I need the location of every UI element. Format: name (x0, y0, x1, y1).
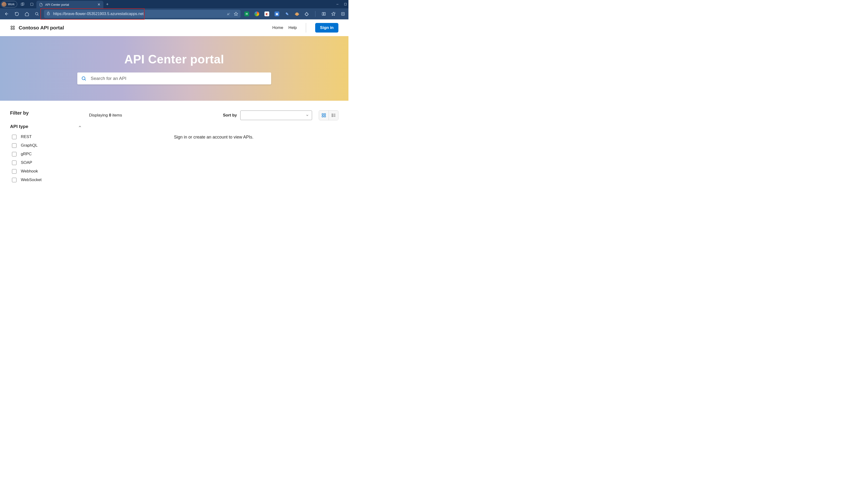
home-button[interactable] (22, 9, 32, 19)
separator (315, 11, 315, 17)
filter-options: REST GraphQL gRPC SOAP Webhook WebSocket (10, 134, 82, 182)
svg-point-34 (332, 116, 333, 117)
hero: API Center portal (0, 36, 348, 101)
tab-actions-icon[interactable] (27, 0, 36, 8)
new-tab-button[interactable] (103, 0, 112, 8)
svg-rect-29 (324, 116, 326, 117)
list-view-button[interactable] (329, 110, 338, 120)
avatar (2, 2, 6, 7)
document-icon (39, 3, 43, 6)
browser-toolbar: https://brave-flower-053521903.5.azurest… (0, 8, 348, 20)
sort-controls: Sort by (223, 110, 338, 120)
svg-point-23 (13, 28, 14, 30)
signin-button[interactable]: Sign in (315, 23, 338, 33)
filter-heading: Filter by (10, 110, 82, 116)
list-icon (331, 113, 336, 118)
extension-6-icon[interactable]: 🐵 (294, 11, 299, 16)
results-area: Displaying 0 items Sort by Sign in or cr… (89, 110, 338, 182)
filter-sidebar: Filter by API type REST GraphQL gRPC SOA… (10, 110, 82, 182)
checkbox[interactable] (12, 143, 17, 148)
minimize-icon[interactable] (336, 3, 339, 6)
filter-group-label: API type (10, 124, 28, 129)
read-aloud-icon[interactable]: A› (227, 12, 230, 16)
filter-option[interactable]: WebSocket (10, 177, 82, 182)
checkbox[interactable] (12, 152, 17, 157)
profile-switcher[interactable]: Work (1, 1, 17, 7)
profile-label: Work (8, 3, 14, 6)
extension-4-icon[interactable]: ▣ (275, 11, 279, 16)
split-screen-icon[interactable] (322, 12, 326, 16)
back-button[interactable] (2, 9, 11, 19)
favorite-icon[interactable] (234, 12, 238, 16)
filter-option[interactable]: SOAP (10, 160, 82, 165)
search-box[interactable] (77, 72, 271, 85)
svg-rect-2 (30, 3, 33, 5)
sort-label: Sort by (223, 113, 237, 118)
results-count: Displaying 0 items (89, 113, 122, 118)
filter-option-label: WebSocket (21, 177, 42, 182)
collections-icon[interactable] (341, 12, 345, 16)
grid-icon (321, 113, 326, 118)
extensions-menu-icon[interactable] (305, 12, 309, 16)
close-tab-icon[interactable]: ✕ (97, 2, 100, 7)
search-input[interactable] (91, 76, 267, 81)
view-toggle (319, 110, 338, 120)
svg-point-30 (332, 114, 333, 115)
search-button[interactable] (32, 9, 42, 19)
results-count-suffix: items (111, 113, 122, 118)
svg-rect-10 (47, 13, 49, 15)
filter-option[interactable]: gRPC (10, 152, 82, 157)
browser-tab[interactable]: API Center portal ✕ (36, 1, 103, 8)
svg-rect-27 (324, 113, 326, 115)
maximize-icon[interactable] (344, 3, 347, 6)
filter-option[interactable]: REST (10, 134, 82, 139)
filter-option-label: Webhook (21, 169, 38, 174)
filter-option-label: SOAP (21, 160, 32, 165)
nav-home[interactable]: Home (272, 25, 283, 30)
results-toolbar: Displaying 0 items Sort by (89, 110, 338, 120)
empty-state-message: Sign in or create an account to view API… (89, 135, 338, 140)
svg-rect-26 (322, 113, 323, 115)
filter-option-label: GraphQL (21, 143, 38, 148)
address-bar[interactable]: https://brave-flower-053521903.5.azurest… (44, 10, 241, 18)
extension-5-icon[interactable]: ✎ (284, 11, 289, 16)
filter-option-label: REST (21, 134, 32, 139)
checkbox[interactable] (12, 161, 17, 165)
filter-group-toggle[interactable]: API type (10, 124, 82, 129)
svg-point-8 (35, 12, 38, 15)
lock-icon[interactable] (46, 11, 50, 16)
svg-rect-13 (324, 12, 326, 15)
extension-3-icon[interactable]: ◧ (265, 11, 269, 16)
checkbox[interactable] (12, 169, 17, 174)
filter-option[interactable]: GraphQL (10, 143, 82, 148)
checkbox[interactable] (12, 135, 17, 139)
favorites-icon[interactable] (331, 12, 336, 16)
refresh-button[interactable] (12, 9, 22, 19)
svg-point-32 (332, 115, 333, 116)
checkbox[interactable] (12, 178, 17, 182)
filter-option[interactable]: Webhook (10, 169, 82, 174)
page-header: Contoso API portal Home Help Sign in (0, 20, 348, 36)
extensions-area: H ◧ ▣ ✎ 🐵 (243, 11, 346, 17)
chevron-up-icon (78, 125, 82, 128)
svg-rect-6 (344, 3, 346, 5)
results-count-number: 0 (109, 113, 111, 118)
svg-line-9 (38, 14, 38, 15)
extension-1-icon[interactable]: H (244, 11, 249, 16)
hero-title: API Center portal (124, 53, 224, 66)
nav-help[interactable]: Help (288, 25, 297, 30)
top-nav: Home Help Sign in (272, 23, 338, 33)
svg-line-25 (85, 79, 86, 80)
svg-point-20 (11, 26, 12, 27)
extension-2-icon[interactable] (254, 11, 259, 16)
grid-view-button[interactable] (319, 110, 329, 120)
sort-select[interactable] (240, 110, 312, 120)
results-count-prefix: Displaying (89, 113, 109, 118)
url-text: https://brave-flower-053521903.5.azurest… (53, 12, 144, 16)
brand[interactable]: Contoso API portal (10, 25, 64, 31)
svg-point-24 (82, 77, 85, 80)
workspaces-icon[interactable] (18, 0, 27, 8)
filter-option-label: gRPC (21, 152, 32, 157)
svg-point-21 (13, 26, 14, 27)
window-controls (336, 0, 348, 8)
